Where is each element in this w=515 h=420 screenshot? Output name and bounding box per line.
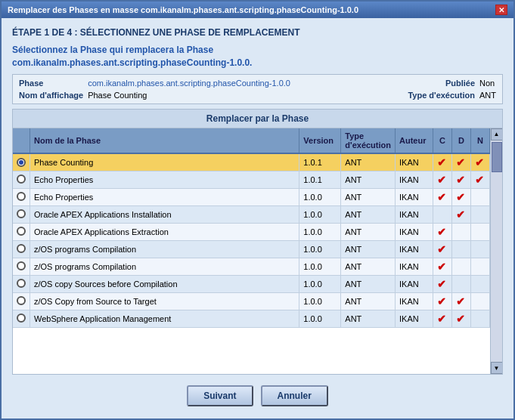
auteur-cell: IKAN xyxy=(396,188,433,205)
type-cell: ANT xyxy=(341,258,396,275)
phase-name-cell: Phase Counting xyxy=(30,153,299,171)
title-bar: Remplacer des Phases en masse com.ikanal… xyxy=(2,2,513,18)
version-cell: 1.0.0 xyxy=(299,258,341,275)
radio-cell[interactable] xyxy=(13,275,30,292)
c-cell xyxy=(433,205,452,223)
scrollbar[interactable]: ▲ ▼ xyxy=(490,128,502,374)
c-cell: ✔ xyxy=(433,240,452,258)
check-icon: ✔ xyxy=(456,156,465,168)
c-cell: ✔ xyxy=(433,258,452,275)
radio-cell[interactable] xyxy=(13,223,30,240)
table-row[interactable]: z/OS programs Compilation 1.0.0 ANT IKAN… xyxy=(13,258,490,275)
step-desc-line2: com.ikanalm.phases.ant.scripting.phaseCo… xyxy=(12,57,252,68)
table-row[interactable]: Oracle APEX Applications Installation 1.… xyxy=(13,205,490,223)
version-cell: 1.0.0 xyxy=(299,292,341,310)
phase-table-section: Remplacer par la Phase Nom de la Phase V… xyxy=(12,109,503,375)
phase-label: Phase xyxy=(19,79,83,88)
version-cell: 1.0.1 xyxy=(299,153,341,171)
radio-button[interactable] xyxy=(17,313,26,323)
radio-button[interactable] xyxy=(17,296,26,305)
auteur-cell: IKAN xyxy=(396,171,433,188)
auteur-cell: IKAN xyxy=(396,275,433,292)
col-c: C xyxy=(433,128,452,153)
check-icon: ✔ xyxy=(456,295,465,307)
version-cell: 1.0.0 xyxy=(299,240,341,258)
radio-cell[interactable] xyxy=(13,188,30,205)
radio-cell[interactable] xyxy=(13,240,30,258)
phase-name-cell: z/OS programs Compilation xyxy=(30,258,299,275)
n-cell: ✔ xyxy=(471,153,490,171)
radio-cell[interactable] xyxy=(13,153,30,171)
phase-name-cell: WebSphere Application Management xyxy=(30,310,299,327)
n-cell xyxy=(471,205,490,223)
radio-cell[interactable] xyxy=(13,171,30,188)
table-row[interactable]: z/OS copy Sources before Compilation 1.0… xyxy=(13,275,490,292)
check-icon: ✔ xyxy=(475,156,484,168)
radio-button[interactable] xyxy=(17,261,26,270)
table-body: Phase Counting 1.0.1 ANT IKAN ✔ ✔ ✔ Echo… xyxy=(13,153,490,328)
table-row[interactable]: Echo Properties 1.0.0 ANT IKAN ✔ ✔ xyxy=(13,188,490,205)
col-n: N xyxy=(471,128,490,153)
close-button[interactable]: ✕ xyxy=(495,5,507,15)
scroll-thumb[interactable] xyxy=(492,142,502,172)
check-icon: ✔ xyxy=(437,174,446,186)
radio-button[interactable] xyxy=(17,192,26,201)
table-row[interactable]: Echo Properties 1.0.1 ANT IKAN ✔ ✔ ✔ xyxy=(13,171,490,188)
phase-name-cell: Echo Properties xyxy=(30,171,299,188)
radio-cell[interactable] xyxy=(13,258,30,275)
publiee-label: Publiée xyxy=(408,79,475,88)
auteur-cell: IKAN xyxy=(396,310,433,327)
radio-button[interactable] xyxy=(17,209,26,218)
radio-cell[interactable] xyxy=(13,310,30,327)
radio-cell[interactable] xyxy=(13,292,30,310)
d-cell: ✔ xyxy=(452,153,471,171)
footer: Suivant Annuler xyxy=(12,379,503,412)
radio-button[interactable] xyxy=(17,227,26,236)
n-cell xyxy=(471,240,490,258)
table-row[interactable]: Oracle APEX Applications Extraction 1.0.… xyxy=(13,223,490,240)
col-d: D xyxy=(452,128,471,153)
check-icon: ✔ xyxy=(437,278,446,290)
main-window: Remplacer des Phases en masse com.ikanal… xyxy=(0,0,515,420)
next-button[interactable]: Suivant xyxy=(187,385,253,406)
n-cell xyxy=(471,258,490,275)
phase-name-cell: Oracle APEX Applications Installation xyxy=(30,205,299,223)
cancel-button[interactable]: Annuler xyxy=(261,385,328,406)
radio-button[interactable] xyxy=(17,244,26,253)
version-cell: 1.0.0 xyxy=(299,205,341,223)
d-cell: ✔ xyxy=(452,171,471,188)
scroll-down-button[interactable]: ▼ xyxy=(491,362,503,374)
c-cell: ✔ xyxy=(433,310,452,327)
n-cell xyxy=(471,188,490,205)
check-icon: ✔ xyxy=(475,174,484,186)
table-container: Nom de la Phase Version Typed'exécution … xyxy=(13,128,502,374)
table-row[interactable]: z/OS Copy from Source to Target 1.0.0 AN… xyxy=(13,292,490,310)
table-scroll-area[interactable]: Nom de la Phase Version Typed'exécution … xyxy=(13,128,490,374)
d-cell xyxy=(452,240,471,258)
radio-button[interactable] xyxy=(17,174,26,184)
c-cell: ✔ xyxy=(433,292,452,310)
col-type: Typed'exécution xyxy=(341,128,396,153)
phase-name-cell: Oracle APEX Applications Extraction xyxy=(30,223,299,240)
d-cell xyxy=(452,223,471,240)
radio-button[interactable] xyxy=(17,158,26,167)
content-area: ÉTAPE 1 DE 4 : SÉLECTIONNEZ UNE PHASE DE… xyxy=(2,18,513,418)
n-cell xyxy=(471,223,490,240)
d-cell: ✔ xyxy=(452,188,471,205)
step-description: Sélectionnez la Phase qui remplacera la … xyxy=(12,44,503,69)
check-icon: ✔ xyxy=(456,191,465,203)
scroll-up-button[interactable]: ▲ xyxy=(491,128,503,141)
check-icon: ✔ xyxy=(437,191,446,203)
check-icon: ✔ xyxy=(456,208,465,221)
c-cell: ✔ xyxy=(433,188,452,205)
table-row[interactable]: Phase Counting 1.0.1 ANT IKAN ✔ ✔ ✔ xyxy=(13,153,490,171)
phases-table: Nom de la Phase Version Typed'exécution … xyxy=(13,128,490,328)
auteur-cell: IKAN xyxy=(396,258,433,275)
radio-button[interactable] xyxy=(17,279,26,288)
table-row[interactable]: z/OS programs Compilation 1.0.0 ANT IKAN… xyxy=(13,240,490,258)
table-header-row: Nom de la Phase Version Typed'exécution … xyxy=(13,128,490,153)
phase-name-cell: z/OS programs Compilation xyxy=(30,240,299,258)
radio-cell[interactable] xyxy=(13,205,30,223)
auteur-cell: IKAN xyxy=(396,205,433,223)
table-row[interactable]: WebSphere Application Management 1.0.0 A… xyxy=(13,310,490,327)
